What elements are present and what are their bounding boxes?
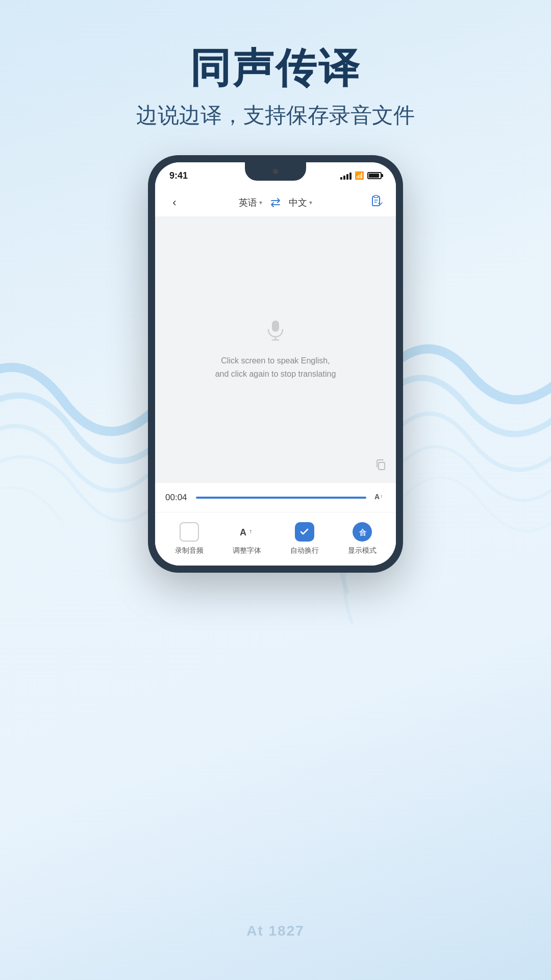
record-audio-icon-wrap bbox=[178, 521, 201, 543]
swap-language-button[interactable] bbox=[269, 198, 282, 208]
back-button[interactable]: ‹ bbox=[165, 196, 184, 209]
source-lang-arrow: ▾ bbox=[259, 199, 262, 206]
display-mode-icon-wrap: 合 bbox=[351, 521, 373, 543]
progress-area: 00:04 A ↑ bbox=[155, 482, 396, 512]
hint-line-2: and click again to stop translating bbox=[215, 370, 336, 378]
translation-area[interactable]: Click screen to speak English, and click… bbox=[155, 217, 396, 482]
camera-dot bbox=[273, 169, 278, 174]
copy-button[interactable] bbox=[374, 458, 387, 473]
app-topbar: ‹ 英语 ▾ 中文 ▾ bbox=[155, 189, 396, 217]
progress-track bbox=[196, 497, 366, 499]
adjust-font-item[interactable]: A ↑ 调整字体 bbox=[233, 521, 261, 555]
status-time: 9:41 bbox=[169, 170, 188, 181]
page-header: 同声传译 边说边译，支持保存录音文件 bbox=[0, 0, 551, 130]
page-subtitle: 边说边译，支持保存录音文件 bbox=[0, 101, 551, 130]
svg-text:↑: ↑ bbox=[380, 494, 383, 499]
display-mode-item[interactable]: 合 显示模式 bbox=[348, 521, 377, 555]
source-language[interactable]: 英语 ▾ bbox=[239, 197, 262, 209]
auto-wrap-label: 自动换行 bbox=[290, 546, 319, 555]
font-adjust-icon: A ↑ bbox=[237, 522, 257, 542]
adjust-font-icon-wrap: A ↑ bbox=[236, 521, 258, 543]
hint-text: Click screen to speak English, and click… bbox=[215, 354, 336, 380]
signal-icon bbox=[340, 172, 352, 180]
language-controls: 英语 ▾ 中文 ▾ bbox=[239, 197, 312, 209]
record-audio-item[interactable]: 录制音频 bbox=[175, 521, 204, 555]
svg-rect-2 bbox=[272, 321, 279, 332]
adjust-font-label: 调整字体 bbox=[233, 546, 261, 555]
svg-text:A: A bbox=[374, 493, 380, 501]
bottom-toolbar: 录制音频 A ↑ 调整字体 bbox=[155, 512, 396, 566]
svg-text:↑: ↑ bbox=[249, 528, 252, 535]
battery-icon bbox=[367, 172, 382, 179]
svg-rect-1 bbox=[374, 195, 378, 198]
auto-wrap-icon-wrap bbox=[293, 521, 316, 543]
record-audio-icon bbox=[180, 522, 199, 542]
phone-frame: 9:41 📶 bbox=[148, 155, 403, 573]
target-language[interactable]: 中文 ▾ bbox=[289, 197, 312, 209]
notch bbox=[245, 162, 306, 181]
auto-wrap-item[interactable]: 自动换行 bbox=[290, 521, 319, 555]
svg-text:合: 合 bbox=[359, 528, 367, 536]
page-title: 同声传译 bbox=[0, 46, 551, 91]
hint-line-1: Click screen to speak English, bbox=[221, 356, 330, 365]
watermark: At 1827 bbox=[246, 923, 305, 939]
wifi-icon: 📶 bbox=[355, 171, 364, 180]
target-lang-arrow: ▾ bbox=[309, 199, 312, 206]
display-mode-icon: 合 bbox=[353, 522, 372, 542]
clipboard-button[interactable] bbox=[367, 195, 386, 210]
phone-screen: 9:41 📶 bbox=[155, 162, 396, 566]
auto-wrap-icon bbox=[295, 522, 314, 542]
status-bar: 9:41 📶 bbox=[155, 162, 396, 189]
status-icons: 📶 bbox=[340, 171, 382, 180]
source-lang-label: 英语 bbox=[239, 197, 257, 209]
microphone-icon bbox=[264, 318, 287, 343]
svg-text:A: A bbox=[240, 527, 246, 537]
recording-time: 00:04 bbox=[165, 493, 189, 503]
record-audio-label: 录制音频 bbox=[175, 546, 204, 555]
target-lang-label: 中文 bbox=[289, 197, 307, 209]
svg-rect-5 bbox=[379, 462, 385, 470]
font-size-icon[interactable]: A ↑ bbox=[373, 490, 386, 505]
display-mode-label: 显示模式 bbox=[348, 546, 377, 555]
